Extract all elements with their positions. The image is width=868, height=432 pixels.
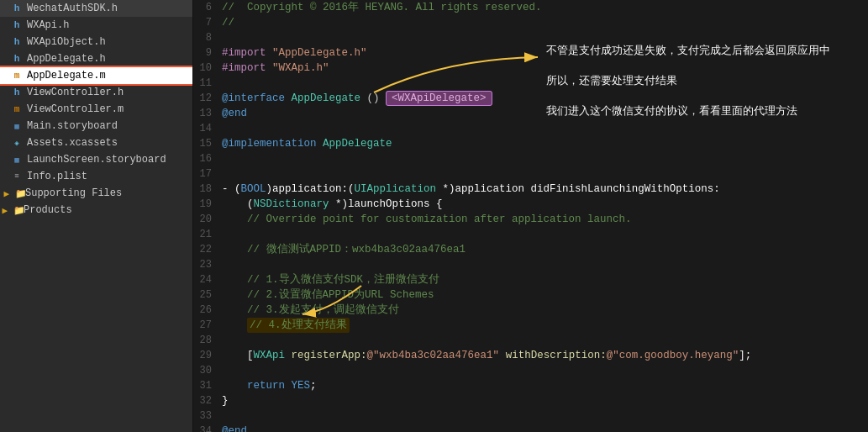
line-content: [218, 333, 868, 348]
code-line-9: 9#import "AppDelegate.h": [193, 45, 868, 61]
line-content: @implementation AppDelegate: [218, 136, 868, 151]
line-number: 14: [193, 121, 218, 136]
line-content: // Override point for customization afte…: [218, 212, 868, 227]
line-number: 16: [193, 151, 218, 166]
line-number: 6: [193, 0, 218, 15]
file-icon-h: h: [10, 18, 24, 32]
line-content: @interface AppDelegate () <WXApiDelegate…: [218, 91, 868, 106]
line-number: 13: [193, 106, 218, 121]
line-content: // 4.处理支付结果: [218, 318, 868, 333]
code-editor: 6// Copyright © 2016年 HEYANG. All rights…: [193, 0, 868, 432]
line-number: 24: [193, 272, 218, 287]
sidebar-item-ViewController-m[interactable]: mViewController.m: [0, 101, 192, 118]
file-icon-m: m: [10, 69, 24, 82]
line-number: 28: [193, 333, 218, 348]
sidebar-item-label: Main.storyboard: [27, 120, 118, 132]
line-content: [218, 121, 868, 136]
line-content: [218, 257, 868, 272]
sidebar-item-label: ViewController.m: [27, 103, 124, 115]
file-icon-h: h: [10, 52, 24, 66]
line-content: // 2.设置微信APPID为URL Schemes: [218, 287, 868, 303]
line-number: 27: [193, 318, 218, 333]
sidebar-item-label: AppDelegate.h: [27, 53, 106, 65]
sidebar-item-label: Assets.xcassets: [27, 137, 118, 149]
code-line-13: 13@end: [193, 106, 868, 121]
file-icon-folder: ▶ 📁: [7, 203, 20, 217]
line-content: [218, 408, 868, 424]
line-number: 9: [193, 45, 218, 61]
code-line-16: 16: [193, 151, 868, 166]
code-table: 6// Copyright © 2016年 HEYANG. All rights…: [193, 0, 868, 432]
sidebar-item-label: AppDelegate.m: [27, 70, 106, 82]
sidebar-item-Main-storyboard[interactable]: ▦Main.storyboard: [0, 118, 192, 134]
sidebar-item-WXApi-h[interactable]: hWXApi.h: [0, 17, 192, 34]
line-number: 7: [193, 15, 218, 30]
sidebar-item-AppDelegate-m[interactable]: mAppDelegate.m: [0, 67, 192, 84]
file-icon-m: m: [10, 103, 24, 116]
sidebar-item-label: WXApiObject.h: [27, 36, 106, 48]
sidebar-item-AppDelegate-h[interactable]: hAppDelegate.h: [0, 50, 192, 67]
line-number: 10: [193, 61, 218, 76]
line-content: [218, 76, 868, 91]
sidebar-item-label: LaunchScreen.storyboard: [27, 154, 166, 166]
line-content: // Copyright © 2016年 HEYANG. All rights …: [218, 0, 868, 15]
sidebar-item-SupportingFiles[interactable]: ▶ 📁Supporting Files: [0, 185, 192, 202]
sidebar-item-label: WechatAuthSDK.h: [27, 3, 118, 14]
code-line-18: 18- (BOOL)application:(UIApplication *)a…: [193, 182, 868, 197]
line-number: 15: [193, 136, 218, 151]
sidebar-item-Info-plist[interactable]: ≡Info.plist: [0, 168, 192, 185]
code-line-24: 24 // 1.导入微信支付SDK，注册微信支付: [193, 272, 868, 287]
line-content: #import "AppDelegate.h": [218, 45, 868, 61]
line-content: }: [218, 393, 868, 408]
code-line-27: 27 // 4.处理支付结果: [193, 318, 868, 333]
code-line-17: 17: [193, 166, 868, 182]
file-icon-xcassets: ◈: [10, 136, 24, 150]
code-line-22: 22 // 微信测试APPID：wxb4ba3c02aa476ea1: [193, 242, 868, 257]
line-number: 17: [193, 166, 218, 182]
line-content: [218, 363, 868, 378]
code-line-6: 6// Copyright © 2016年 HEYANG. All rights…: [193, 0, 868, 15]
file-icon-sb: ▦: [10, 153, 24, 166]
sidebar-item-WXApiObject-h[interactable]: hWXApiObject.h: [0, 34, 192, 50]
code-line-34: 34@end: [193, 424, 868, 432]
sidebar-item-Assets-xcassets[interactable]: ◈Assets.xcassets: [0, 134, 192, 151]
file-icon-h: h: [10, 35, 24, 49]
file-icon-sb: ▦: [10, 119, 24, 133]
line-content: [218, 151, 868, 166]
code-line-8: 8: [193, 30, 868, 45]
file-icon-h: h: [10, 86, 24, 99]
code-line-20: 20 // Override point for customization a…: [193, 212, 868, 227]
line-content: // 微信测试APPID：wxb4ba3c02aa476ea1: [218, 242, 868, 257]
code-line-31: 31 return YES;: [193, 378, 868, 393]
line-content: - (BOOL)application:(UIApplication *)app…: [218, 182, 868, 197]
line-number: 23: [193, 257, 218, 272]
line-content: [218, 30, 868, 45]
sidebar-item-Products[interactable]: ▶ 📁Products: [0, 202, 192, 219]
code-line-7: 7//: [193, 15, 868, 30]
sidebar-item-WechatAuthSDK-h[interactable]: hWechatAuthSDK.h: [0, 0, 192, 17]
code-line-23: 23: [193, 257, 868, 272]
sidebar-item-ViewController-h[interactable]: hViewController.h: [0, 84, 192, 101]
line-number: 19: [193, 197, 218, 212]
code-line-15: 15@implementation AppDelegate: [193, 136, 868, 151]
line-content: [WXApi registerApp:@"wxb4ba3c02aa476ea1"…: [218, 348, 868, 363]
sidebar-item-label: Products: [24, 204, 72, 216]
code-line-10: 10#import "WXApi.h": [193, 61, 868, 76]
line-number: 12: [193, 91, 218, 106]
line-content: [218, 166, 868, 182]
line-content: @end: [218, 424, 868, 432]
line-content: @end: [218, 106, 868, 121]
line-number: 34: [193, 424, 218, 432]
sidebar-item-label: WXApi.h: [27, 19, 69, 31]
line-number: 18: [193, 182, 218, 197]
line-content: // 3.发起支付，调起微信支付: [218, 303, 868, 318]
file-icon-h: h: [10, 2, 24, 15]
file-icon-plist: ≡: [10, 170, 24, 183]
line-number: 29: [193, 348, 218, 363]
code-line-33: 33: [193, 408, 868, 424]
code-line-30: 30: [193, 363, 868, 378]
file-icon-folder: ▶ 📁: [8, 187, 22, 200]
line-number: 25: [193, 287, 218, 303]
sidebar-item-LaunchScreen-storyboard[interactable]: ▦LaunchScreen.storyboard: [0, 151, 192, 168]
code-line-32: 32}: [193, 393, 868, 408]
